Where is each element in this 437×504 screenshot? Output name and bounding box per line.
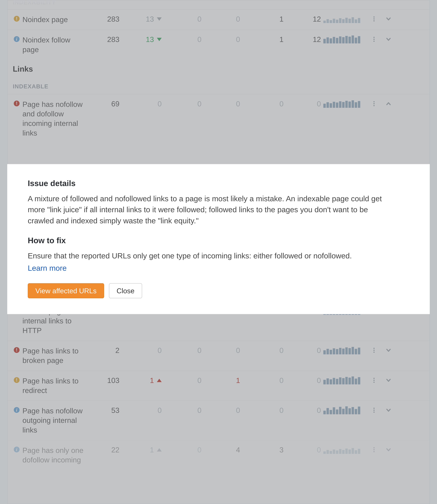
close-button[interactable]: Close [109,283,142,298]
learn-more-link[interactable]: Learn more [28,264,67,272]
how-to-fix-body: Ensure that the reported URLs only get o… [28,250,396,261]
issue-details-heading: Issue details [28,179,409,188]
issue-details-body: A mixture of followed and nofollowed lin… [28,193,396,226]
how-to-fix-heading: How to fix [28,236,409,245]
issue-detail-card: Issue details A mixture of followed and … [7,164,430,314]
view-affected-urls-button[interactable]: View affected URLs [28,283,104,298]
